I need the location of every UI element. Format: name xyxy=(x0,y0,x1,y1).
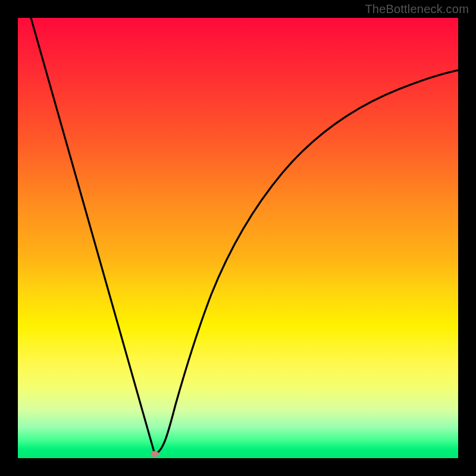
gradient-background xyxy=(18,18,458,458)
chart-plot-area xyxy=(18,18,458,458)
watermark-label: TheBottleneck.com xyxy=(365,2,469,16)
minimum-marker xyxy=(151,451,159,457)
